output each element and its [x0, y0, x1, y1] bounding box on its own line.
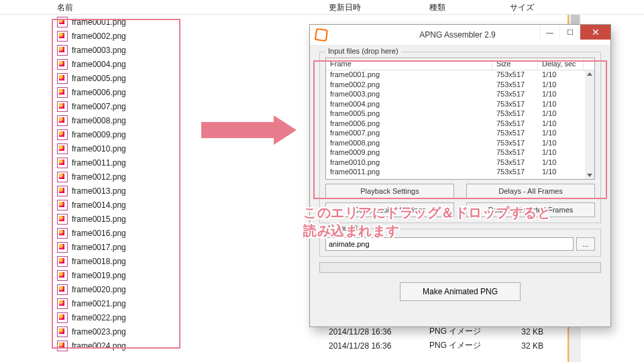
listview-row[interactable]: frame0006.png753x5171/10	[326, 119, 585, 129]
output-file-input[interactable]	[325, 237, 574, 251]
listview-row[interactable]: frame0001.png753x5171/10	[326, 70, 585, 80]
maximize-button[interactable]: ☐	[559, 25, 580, 40]
delays-selected-button[interactable]: Delays - Selected Frames	[466, 202, 595, 217]
listview-row[interactable]: frame0003.png753x5171/10	[326, 90, 585, 100]
png-file-icon	[57, 101, 68, 112]
file-name: frame0002.png	[72, 32, 126, 41]
app-logo-icon	[315, 28, 328, 42]
lv-cell-size: 753x517	[492, 129, 538, 139]
lv-cell-delay: 1/10	[538, 158, 584, 168]
file-name: frame0006.png	[72, 88, 126, 97]
frames-listview[interactable]: Frame Size Delay, sec frame0001.png753x5…	[325, 58, 595, 180]
listview-row[interactable]: frame0004.png753x5171/10	[326, 100, 585, 110]
lv-cell-frame: frame0004.png	[326, 100, 492, 110]
playback-settings-button[interactable]: Playback Settings	[325, 184, 454, 198]
lv-cell-delay: 1/10	[538, 90, 584, 100]
close-button[interactable]: ✕	[580, 25, 610, 40]
file-date: 2014/11/28 16:36	[329, 341, 391, 351]
col-name[interactable]: 名前	[57, 2, 73, 13]
file-type: PNG イメージ	[429, 326, 481, 337]
png-file-icon	[57, 200, 68, 210]
col-type[interactable]: 種類	[429, 2, 445, 13]
lv-col-delay[interactable]: Delay, sec	[538, 58, 584, 70]
annotation-arrow	[201, 115, 302, 145]
listview-row[interactable]: frame0007.png753x5171/10	[326, 129, 585, 139]
png-file-icon	[57, 143, 68, 154]
listview-row[interactable]: frame0002.png753x5171/10	[326, 80, 585, 90]
file-name: frame0005.png	[72, 74, 126, 83]
file-name: frame0024.png	[72, 341, 126, 351]
file-date: 2014/11/28 16:36	[329, 327, 391, 337]
lv-cell-delay: 1/10	[538, 119, 584, 129]
png-file-icon	[57, 129, 68, 140]
png-file-icon	[57, 17, 68, 27]
lv-cell-frame: frame0002.png	[326, 80, 492, 90]
lv-cell-delay: 1/10	[538, 139, 584, 149]
col-date[interactable]: 更新日時	[329, 2, 361, 13]
lv-cell-frame: frame0008.png	[326, 139, 492, 149]
browse-button[interactable]: ...	[576, 237, 595, 251]
listview-row[interactable]: frame0010.png753x5171/10	[326, 158, 585, 168]
col-size[interactable]: サイズ	[510, 2, 534, 13]
file-name: frame0015.png	[72, 215, 126, 224]
file-row[interactable]: frame0024.png2014/11/28 16:36PNG イメージ32 …	[0, 339, 644, 353]
file-name: frame0003.png	[72, 46, 126, 55]
file-name: frame0020.png	[72, 285, 126, 294]
explorer-column-header[interactable]: 名前 更新日時 種類 サイズ	[0, 0, 644, 15]
minimize-button[interactable]: —	[539, 25, 559, 40]
png-file-icon	[57, 312, 68, 323]
lv-cell-size: 753x517	[492, 168, 538, 178]
input-files-group: Input files (drop here) Frame Size Delay…	[319, 52, 601, 223]
file-name: frame0022.png	[72, 313, 126, 322]
lv-cell-frame: frame0011.png	[326, 168, 492, 178]
lv-cell-frame: frame0006.png	[326, 119, 492, 129]
lv-cell-delay: 1/10	[538, 168, 584, 178]
lv-col-frame[interactable]: Frame	[326, 58, 492, 70]
output-file-label: Output file	[325, 224, 364, 232]
png-file-icon	[57, 214, 68, 225]
lv-cell-size: 753x517	[492, 109, 538, 119]
png-file-icon	[57, 242, 68, 253]
png-file-icon	[57, 31, 68, 42]
png-file-icon	[57, 256, 68, 267]
listview-row[interactable]: frame0005.png753x5171/10	[326, 109, 585, 119]
titlebar[interactable]: APNG Assembler 2.9 — ☐ ✕	[310, 25, 610, 45]
delays-all-button[interactable]: Delays - All Frames	[466, 184, 595, 198]
file-name: frame0017.png	[72, 243, 126, 252]
lv-cell-size: 753x517	[492, 90, 538, 100]
lv-cell-size: 753x517	[492, 119, 538, 129]
lv-cell-delay: 1/10	[538, 80, 584, 90]
listview-row[interactable]: frame0008.png753x5171/10	[326, 139, 585, 149]
file-name: frame0019.png	[72, 271, 126, 280]
lv-cell-frame: frame0007.png	[326, 129, 492, 139]
file-name: frame0004.png	[72, 60, 126, 69]
lv-cell-delay: 1/10	[538, 100, 584, 110]
listview-row[interactable]: frame0009.png753x5171/10	[326, 148, 585, 158]
png-file-icon	[57, 73, 68, 84]
png-file-icon	[57, 87, 68, 98]
file-name: frame0016.png	[72, 229, 126, 238]
file-size: 32 KB	[510, 341, 543, 351]
lv-cell-delay: 1/10	[538, 129, 584, 139]
lv-cell-delay: 1/10	[538, 148, 584, 158]
listview-scrollbar[interactable]	[585, 70, 594, 179]
compression-settings-button[interactable]: Compression Settings	[325, 202, 454, 217]
lv-cell-delay: 1/10	[538, 109, 584, 119]
apng-assembler-window: APNG Assembler 2.9 — ☐ ✕ Input files (dr…	[309, 24, 611, 327]
file-name: frame0009.png	[72, 130, 126, 139]
png-file-icon	[57, 270, 68, 281]
progress-bar	[319, 262, 601, 273]
file-name: frame0010.png	[72, 144, 126, 154]
lv-cell-size: 753x517	[492, 80, 538, 90]
listview-row[interactable]: frame0011.png753x5171/10	[326, 168, 585, 178]
file-name: frame0001.png	[72, 17, 126, 27]
file-name: frame0014.png	[72, 200, 126, 210]
png-file-icon	[57, 284, 68, 295]
input-files-label: Input files (drop here)	[325, 47, 401, 55]
make-animated-png-button[interactable]: Make Animated PNG	[400, 282, 521, 301]
listview-header[interactable]: Frame Size Delay, sec	[326, 58, 594, 70]
file-name: frame0018.png	[72, 257, 126, 266]
lv-col-size[interactable]: Size	[492, 58, 538, 70]
file-size: 32 KB	[510, 327, 543, 337]
png-file-icon	[57, 228, 68, 239]
